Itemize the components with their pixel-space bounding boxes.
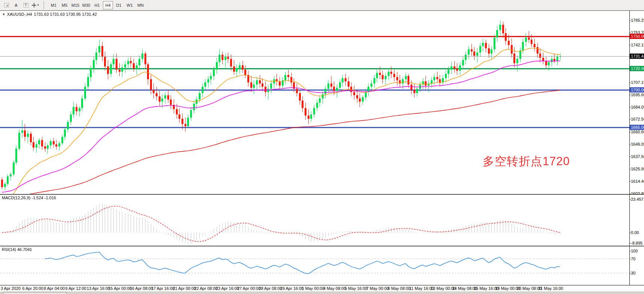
price-tick: 1684.05 [631, 105, 644, 109]
price-axis[interactable]: 1765.251753.701742.151707.151695.601684.… [629, 11, 644, 194]
expert-f-icon[interactable]: F [2, 1, 11, 9]
price-tick: 1672.50 [631, 117, 644, 121]
time-axis-row[interactable]: 3 Apr 20206 Apr 20:008 Apr 04:009 Apr 12… [0, 285, 644, 291]
timeframe-m15[interactable]: M15 [70, 1, 80, 9]
letter-a-icon: A [15, 3, 17, 7]
rsi-row: RSI(14) 46.7041 1007030 [0, 246, 644, 285]
annotation-text: 多空转折点1720 [483, 154, 570, 169]
macd-row: MACD(12,26,9) -1.524 -1.016 23.4570.00-8… [0, 194, 644, 246]
chart-window: ▼ XAUUSD-,H4 1731.63 1731.63 1730.95 173… [0, 10, 644, 291]
crosshair-icon [32, 3, 36, 7]
price-level-badge: 1720.00 [630, 66, 644, 71]
letter-t-icon: T [24, 3, 28, 7]
time-tick-label: 21 Apr 00:00 [173, 286, 196, 291]
time-tick-label: 6 Apr 20:00 [22, 286, 43, 291]
cursor-mode-button[interactable]: ▼ [31, 1, 40, 9]
time-tick-label: 3 Apr 2020 [1, 286, 21, 291]
time-tick-label: 1 May 00:00 [302, 286, 324, 291]
macd-canvas[interactable] [0, 195, 629, 246]
time-labels: 3 Apr 20206 Apr 20:008 Apr 04:009 Apr 12… [0, 285, 629, 291]
price-tick: 1695.60 [631, 93, 644, 97]
macd-label: MACD(12,26,9) -1.524 -1.016 [2, 196, 56, 200]
dotted-box-icon: F [4, 3, 9, 7]
time-tick-label: 28 Apr 08:00 [259, 286, 282, 291]
status-strip [0, 291, 644, 294]
timeframe-w1[interactable]: W1 [125, 1, 135, 9]
time-tick-label: 21 May 16:00 [538, 286, 563, 291]
collapse-triangle-icon[interactable]: ▼ [2, 13, 5, 16]
timeframe-h4[interactable]: H4 [103, 1, 113, 9]
main-price-row: ▼ XAUUSD-,H4 1731.63 1731.63 1730.95 173… [0, 11, 644, 194]
price-tick: 1625.95 [631, 167, 644, 171]
symbol-title: ▼ XAUUSD-,H4 1731.63 1731.63 1730.95 173… [2, 12, 97, 16]
time-tick-label: 7 May 00:00 [366, 286, 389, 291]
price-level-badge: 1665.00 [630, 125, 644, 130]
rsi-axis[interactable]: 1007030 [629, 246, 644, 285]
macd-pane: MACD(12,26,9) -1.524 -1.016 [0, 195, 629, 246]
time-tick-label: 23 Apr 16:00 [216, 286, 239, 291]
time-tick-label: 27 Apr 00:00 [237, 286, 260, 291]
axis-corner [629, 285, 644, 291]
rsi-label: RSI(14) 46.7041 [2, 247, 32, 252]
macd-tick: -8.895 [631, 241, 643, 245]
price-tick: 1649.05 [631, 142, 644, 146]
price-level-badge: 1750.00 [630, 34, 644, 39]
time-tick-label: 17 Apr 16:00 [151, 286, 174, 291]
timeframe-d1[interactable]: D1 [114, 1, 124, 9]
price-level-badge: 1700.00 [630, 87, 644, 93]
timeframe-h1[interactable]: H1 [92, 1, 102, 9]
time-tick-label: 22 Apr 08:00 [194, 286, 217, 291]
macd-tick: 23.457 [631, 197, 644, 201]
time-tick-label: 11 May 16:00 [409, 286, 434, 291]
price-tick: 1637.50 [631, 154, 644, 159]
timeframe-group: M1M5M15M30H1H4D1W1MN [48, 1, 146, 9]
symbol-ohlc: 1731.63 1731.63 1730.95 1731.42 [34, 12, 97, 16]
chevron-down-icon: ▼ [37, 4, 40, 6]
time-tick-label: 4 May 08:00 [323, 286, 346, 291]
time-tick-label: 5 May 16:00 [345, 286, 367, 291]
time-tick-label: 8 Apr 04:00 [44, 286, 65, 291]
rsi-pane: RSI(14) 46.7041 [0, 246, 629, 285]
toolbar: F A T ▼ M1M5M15M30H1H4D1W1MN [0, 0, 644, 10]
rsi-tick: 30 [631, 271, 635, 275]
price-tick: 1707.15 [631, 80, 644, 85]
rsi-tick: 70 [631, 257, 635, 261]
timeframe-m30[interactable]: M30 [81, 1, 91, 9]
rsi-canvas[interactable] [0, 246, 629, 285]
time-tick-label: 29 Apr 16:00 [280, 286, 303, 291]
status-strip-inset [3, 292, 67, 294]
price-tick: 1614.40 [631, 179, 644, 184]
timeframe-m5[interactable]: M5 [59, 1, 70, 9]
main-pane: ▼ XAUUSD-,H4 1731.63 1731.63 1730.95 173… [0, 11, 629, 194]
macd-tick: 0.00 [631, 230, 639, 235]
timeframe-mn[interactable]: MN [135, 1, 146, 9]
text-a-icon[interactable]: A [12, 1, 21, 9]
time-tick-label: 16 Apr 08:00 [130, 286, 153, 291]
time-tick-label: 9 Apr 12:00 [65, 286, 86, 291]
time-tick-label: 15 Apr 00:00 [108, 286, 131, 291]
price-tick: 1742.15 [631, 43, 644, 47]
price-tick: 1660.60 [631, 130, 644, 134]
time-tick-label: 13 Apr 16:00 [87, 286, 110, 291]
price-tick: 1765.25 [631, 18, 644, 22]
toolbar-grip[interactable] [43, 1, 46, 9]
symbol-name: XAUUSD-,H4 [7, 12, 32, 16]
rsi-tick: 100 [631, 249, 638, 253]
text-label-icon[interactable]: T [21, 1, 30, 9]
time-tick-label: 8 May 08:00 [388, 286, 410, 291]
macd-axis[interactable]: 23.4570.00-8.895 [629, 195, 644, 246]
price-level-badge: 1731.42 [630, 54, 644, 59]
timeframe-m1[interactable]: M1 [49, 1, 59, 9]
